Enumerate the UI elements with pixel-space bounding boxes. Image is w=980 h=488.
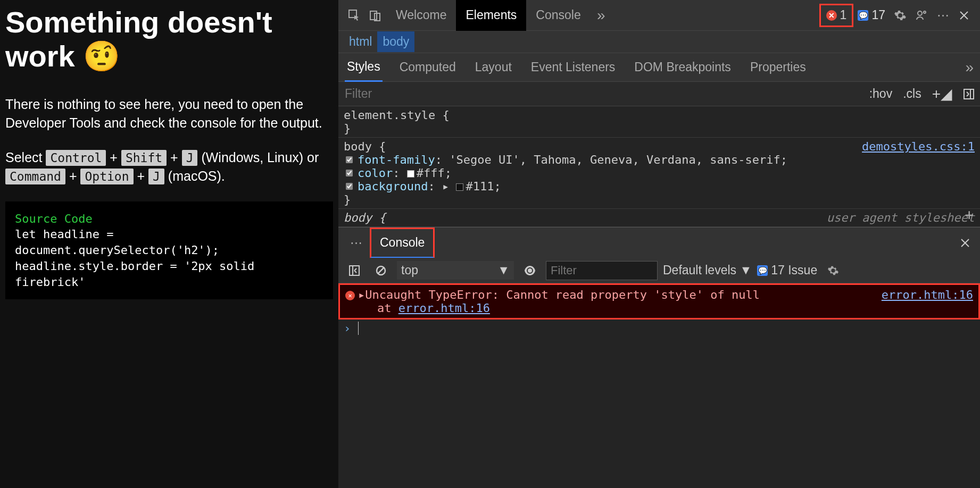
demo-page: Something doesn't work 🤨 There is nothin… <box>0 0 338 488</box>
issue-count: 17 <box>871 8 885 22</box>
tab-console[interactable]: Console <box>526 0 590 31</box>
hov-toggle[interactable]: :hov <box>864 87 898 101</box>
cls-toggle[interactable]: .cls <box>898 87 927 101</box>
error-count-badge[interactable]: ✕ 1 <box>819 4 854 27</box>
error-count: 1 <box>840 8 847 22</box>
kebab-menu-icon[interactable]: ⋯ <box>932 5 953 26</box>
kbd-j-2: J <box>148 169 164 184</box>
tab-welcome[interactable]: Welcome <box>386 0 456 31</box>
subtab-event-listeners[interactable]: Event Listeners <box>529 53 618 82</box>
subtab-layout[interactable]: Layout <box>473 53 514 82</box>
subtab-computed[interactable]: Computed <box>397 53 458 82</box>
styles-filter-input[interactable] <box>338 87 864 101</box>
svg-rect-1 <box>370 11 377 20</box>
issue-count-badge[interactable]: 💬 17 <box>853 8 890 22</box>
log-levels-select[interactable]: Default levels ▼ <box>663 263 752 277</box>
subtab-properties[interactable]: Properties <box>748 53 808 82</box>
console-toolbar: top ▼ Default levels ▼ 💬 17 Issue <box>338 258 980 283</box>
styles-subtabs: Styles Computed Layout Event Listeners D… <box>338 53 980 82</box>
user-agent-rule: body { user agent stylesheet <box>338 209 980 227</box>
settings-icon[interactable] <box>890 5 911 26</box>
devtools-toolbar: Welcome Elements Console » ✕ 1 💬 17 ⋯ <box>338 0 980 31</box>
dom-breadcrumb: html body <box>338 31 980 53</box>
kbd-j: J <box>182 150 198 166</box>
error-source-link[interactable]: error.html:16 <box>882 288 973 301</box>
subtab-dom-breakpoints[interactable]: DOM Breakpoints <box>632 53 733 82</box>
drawer-close-icon[interactable] <box>954 232 976 254</box>
color-swatch[interactable] <box>456 183 463 191</box>
breadcrumb-html[interactable]: html <box>344 31 377 52</box>
console-filter-input[interactable] <box>546 261 658 280</box>
inspect-element-icon[interactable] <box>344 5 365 26</box>
drawer-tabbar: ⋯ Console <box>338 227 980 258</box>
issue-icon: 💬 <box>757 265 768 276</box>
tab-elements[interactable]: Elements <box>456 0 526 31</box>
clear-console-icon[interactable] <box>370 260 392 281</box>
svg-point-3 <box>918 11 922 15</box>
console-prompt[interactable]: › <box>338 319 980 337</box>
add-declaration-icon[interactable]: + <box>965 206 974 224</box>
body-rule[interactable]: body { demostyles.css:1 font-family: 'Se… <box>338 138 980 209</box>
kbd-option: Option <box>80 169 133 184</box>
source-code-block: Source Code let headline = document.quer… <box>5 201 333 299</box>
drawer-tab-console[interactable]: Console <box>370 228 435 258</box>
styles-pane: element.style { } body { demostyles.css:… <box>338 106 980 227</box>
stylesheet-link[interactable]: demostyles.css:1 <box>862 140 975 153</box>
error-icon: ✕ <box>345 291 355 300</box>
issues-link[interactable]: 💬 17 Issue <box>757 263 817 277</box>
ua-source-label: user agent stylesheet <box>827 211 975 224</box>
error-text: Uncaught TypeError: Cannot read property… <box>365 288 760 301</box>
page-heading: Something doesn't work 🤨 <box>5 5 333 74</box>
kbd-control: Control <box>46 150 106 166</box>
styles-filter-row: :hov .cls +◢ <box>338 82 980 106</box>
devtools-panel: Welcome Elements Console » ✕ 1 💬 17 ⋯ ht… <box>338 0 980 488</box>
decl-checkbox[interactable] <box>346 156 353 163</box>
live-expression-icon[interactable] <box>519 260 541 281</box>
source-line-2: headline.style.border = '2px solid fireb… <box>15 258 323 290</box>
feedback-icon[interactable] <box>911 5 932 26</box>
issue-icon: 💬 <box>858 10 868 21</box>
svg-point-4 <box>924 11 926 13</box>
show-console-sidebar-icon[interactable] <box>344 260 365 281</box>
keyboard-instructions: Select Control + Shift + J (Windows, Lin… <box>5 148 333 186</box>
breadcrumb-body[interactable]: body <box>377 31 414 52</box>
device-toolbar-icon[interactable] <box>365 5 386 26</box>
error-icon: ✕ <box>826 10 837 21</box>
console-settings-icon[interactable] <box>823 260 844 281</box>
new-style-rule-icon[interactable]: +◢ <box>927 85 958 103</box>
source-line-1: let headline = document.querySelector('h… <box>15 226 323 258</box>
decl-checkbox[interactable] <box>346 170 353 176</box>
color-swatch[interactable] <box>407 170 414 178</box>
svg-point-8 <box>528 268 532 273</box>
console-error-message[interactable]: ✕▸Uncaught TypeError: Cannot read proper… <box>338 283 980 319</box>
decl-checkbox[interactable] <box>346 183 353 190</box>
page-paragraph: There is nothing to see here, you need t… <box>5 95 333 132</box>
stacktrace-link[interactable]: error.html:16 <box>398 301 490 315</box>
kbd-command: Command <box>5 169 65 184</box>
source-code-title: Source Code <box>15 211 323 227</box>
toggle-sidebar-icon[interactable] <box>958 88 980 100</box>
execution-context-select[interactable]: top ▼ <box>397 261 514 280</box>
drawer-more-icon[interactable]: ⋯ <box>343 235 370 250</box>
subtab-styles[interactable]: Styles <box>345 53 383 82</box>
more-subtabs-icon[interactable]: » <box>965 59 974 76</box>
more-tabs-icon[interactable]: » <box>591 5 612 26</box>
close-icon[interactable] <box>953 5 975 26</box>
element-style-rule[interactable]: element.style { } <box>338 106 980 138</box>
kbd-shift: Shift <box>121 150 167 166</box>
